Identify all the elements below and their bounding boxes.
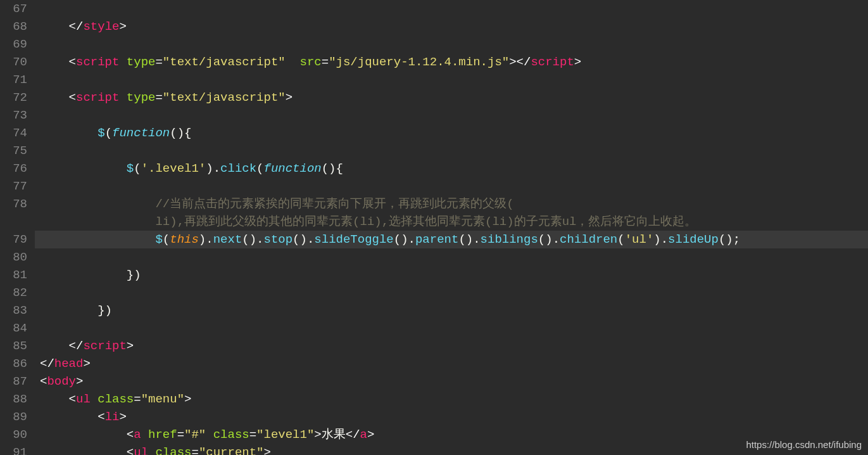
line-number: 78 [0, 195, 27, 213]
line-number-gutter: 67 68 69 70 71 72 73 74 75 76 77 78 79 8… [0, 0, 35, 455]
code-line-active[interactable]: $(this).next().stop().slideToggle().pare… [35, 231, 868, 248]
code-line[interactable]: <ul class="menu"> [35, 390, 868, 408]
code-line[interactable] [35, 284, 868, 302]
code-line[interactable]: </style> [35, 18, 868, 35]
line-number: 70 [0, 53, 27, 71]
code-line[interactable]: <script type="text/javascript"> [35, 89, 868, 106]
code-editor[interactable]: 67 68 69 70 71 72 73 74 75 76 77 78 79 8… [0, 0, 868, 455]
line-number: 87 [0, 373, 27, 390]
line-number: 80 [0, 248, 27, 266]
line-number: 68 [0, 18, 27, 35]
code-line[interactable] [35, 319, 868, 337]
line-number: 84 [0, 319, 27, 337]
code-line[interactable] [35, 71, 868, 89]
code-line[interactable]: <li> [35, 408, 868, 426]
code-line[interactable]: <a href="#" class="level1">水果</a> [35, 426, 868, 444]
code-line[interactable]: </head> [35, 355, 868, 373]
line-number: 77 [0, 177, 27, 195]
code-line[interactable]: $(function(){ [35, 124, 868, 142]
code-line[interactable] [35, 142, 868, 160]
line-number: 83 [0, 302, 27, 319]
line-number: 76 [0, 160, 27, 177]
code-line[interactable]: }) [35, 266, 868, 284]
code-line[interactable] [35, 248, 868, 266]
line-number: 90 [0, 426, 27, 444]
line-number: 88 [0, 390, 27, 408]
code-line[interactable]: $('.level1').click(function(){ [35, 160, 868, 177]
line-number: 71 [0, 71, 27, 89]
code-line[interactable] [35, 0, 868, 18]
code-line[interactable]: }) [35, 302, 868, 319]
code-line[interactable] [35, 177, 868, 195]
line-number: 67 [0, 0, 27, 18]
code-line[interactable]: </script> [35, 337, 868, 355]
code-line[interactable]: <script type="text/javascript" src="js/j… [35, 53, 868, 71]
code-line[interactable]: //当前点击的元素紧挨的同辈元素向下展开，再跳到此元素的父级( [35, 195, 868, 213]
line-number: 74 [0, 124, 27, 142]
code-line[interactable]: <ul class="current"> [35, 444, 868, 455]
code-line[interactable] [35, 106, 868, 124]
line-number: 69 [0, 35, 27, 53]
line-number: 72 [0, 89, 27, 106]
code-line[interactable]: <body> [35, 373, 868, 390]
code-line-wrap[interactable]: li),再跳到此父级的其他的同辈元素(li),选择其他同辈元素(li)的子元素u… [35, 213, 868, 231]
code-line[interactable] [35, 35, 868, 53]
line-number: 85 [0, 337, 27, 355]
line-number: 82 [0, 284, 27, 302]
line-number: 91 [0, 444, 27, 455]
line-number: 79 [0, 231, 27, 248]
line-number: 73 [0, 106, 27, 124]
line-number: 75 [0, 142, 27, 160]
line-number: 89 [0, 408, 27, 426]
line-number: 81 [0, 266, 27, 284]
watermark-text: https://blog.csdn.net/ifubing [746, 439, 862, 450]
code-content[interactable]: </style> <script type="text/javascript" … [35, 0, 868, 455]
line-number: 86 [0, 355, 27, 373]
